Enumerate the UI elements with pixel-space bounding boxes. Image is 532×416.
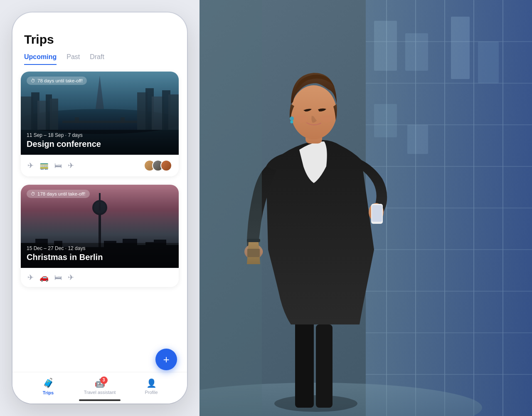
nav-label-trips: Trips xyxy=(43,390,54,395)
trip-name-2: Christmas in Berlin xyxy=(27,252,173,262)
svg-rect-55 xyxy=(451,17,470,79)
nav-label-assistant: Travel assistant xyxy=(84,390,116,395)
avatar-1c xyxy=(160,160,172,171)
transport-icons-1: ✈ 🚃 🛏 ✈ xyxy=(27,161,74,170)
phone-device: Trips Upcoming Past Draft xyxy=(12,12,187,404)
tab-draft[interactable]: Draft xyxy=(90,53,104,65)
svg-point-73 xyxy=(295,114,308,123)
tab-upcoming[interactable]: Upcoming xyxy=(24,53,57,65)
home-indicator xyxy=(79,399,121,401)
card-info-2: 15 Dec – 27 Dec · 12 days Christmas in B… xyxy=(27,245,173,262)
app-title: Trips xyxy=(24,32,175,47)
trip-name-1: Design conference xyxy=(27,139,173,149)
flight-icon-2b: ✈ xyxy=(68,273,74,282)
tab-past[interactable]: Past xyxy=(66,53,80,65)
flight-icon-1a: ✈ xyxy=(27,161,34,170)
car-icon-2: 🚗 xyxy=(39,273,49,282)
train-icon-1: 🚃 xyxy=(39,161,49,170)
add-trip-button[interactable]: + xyxy=(155,349,177,370)
trip-dates-2: 15 Dec – 27 Dec · 12 days xyxy=(27,245,173,251)
profile-icon: 👤 xyxy=(146,378,157,388)
nav-item-travel-assistant[interactable]: 🤖 3 Travel assistant xyxy=(74,378,126,395)
svg-rect-58 xyxy=(407,125,428,154)
left-panel: Trips Upcoming Past Draft xyxy=(0,0,200,416)
svg-rect-75 xyxy=(200,0,262,416)
svg-rect-61 xyxy=(295,316,314,408)
notification-badge: 3 xyxy=(100,376,108,384)
card-info-1: 11 Sep – 18 Sep · 7 days Design conferen… xyxy=(27,132,173,149)
clock-icon-2: ⏱ xyxy=(31,191,35,196)
countdown-badge-2: ⏱ 178 days until take-off! xyxy=(27,190,90,198)
trips-list: ⏱ 78 days until take-off! 11 Sep – 18 Se… xyxy=(12,65,187,372)
svg-rect-57 xyxy=(374,104,397,137)
trips-icon: 🧳 xyxy=(43,378,54,389)
trip-image-berlin: ⏱ 178 days until take-off! 15 Dec – 27 D… xyxy=(21,185,179,268)
card-footer-1: ✈ 🚃 🛏 ✈ xyxy=(21,155,179,176)
traveler-avatars-1 xyxy=(144,160,172,171)
tabs-row: Upcoming Past Draft xyxy=(24,53,175,65)
trip-card-design-conference[interactable]: ⏱ 78 days until take-off! 11 Sep – 18 Se… xyxy=(21,72,179,176)
svg-rect-62 xyxy=(316,324,332,408)
svg-rect-54 xyxy=(405,33,428,71)
phone-content: Trips Upcoming Past Draft xyxy=(12,12,187,404)
svg-rect-53 xyxy=(374,21,397,71)
svg-point-74 xyxy=(320,114,332,123)
trip-card-berlin[interactable]: ⏱ 178 days until take-off! 15 Dec – 27 D… xyxy=(21,185,179,287)
svg-point-70 xyxy=(291,85,337,139)
clock-icon-1: ⏱ xyxy=(31,78,35,83)
countdown-badge-1: ⏱ 78 days until take-off! xyxy=(27,77,87,85)
hotel-icon-2: 🛏 xyxy=(54,273,62,282)
svg-rect-56 xyxy=(478,42,499,83)
card-footer-2: ✈ 🚗 🛏 ✈ xyxy=(21,268,179,287)
hotel-icon-1: 🛏 xyxy=(54,161,62,170)
nav-badge-assistant: 🤖 3 xyxy=(95,378,105,388)
transport-icons-2: ✈ 🚗 🛏 ✈ xyxy=(27,273,74,282)
right-panel-photo xyxy=(200,0,532,416)
svg-rect-68 xyxy=(372,205,382,222)
nav-item-profile[interactable]: 👤 Profile xyxy=(126,378,177,395)
header-area: Trips Upcoming Past Draft xyxy=(12,12,187,65)
trip-image-london: ⏱ 78 days until take-off! 11 Sep – 18 Se… xyxy=(21,72,179,155)
trip-dates-1: 11 Sep – 18 Sep · 7 days xyxy=(27,132,173,138)
svg-point-72 xyxy=(291,121,293,124)
nav-label-profile: Profile xyxy=(145,390,158,395)
flight-icon-2a: ✈ xyxy=(27,273,34,282)
flight-icon-1b: ✈ xyxy=(68,161,74,170)
bottom-nav: 🧳 Trips 🤖 3 Travel assistant 👤 Profile xyxy=(12,372,187,404)
nav-item-trips[interactable]: 🧳 Trips xyxy=(22,378,74,395)
svg-point-71 xyxy=(290,116,294,121)
